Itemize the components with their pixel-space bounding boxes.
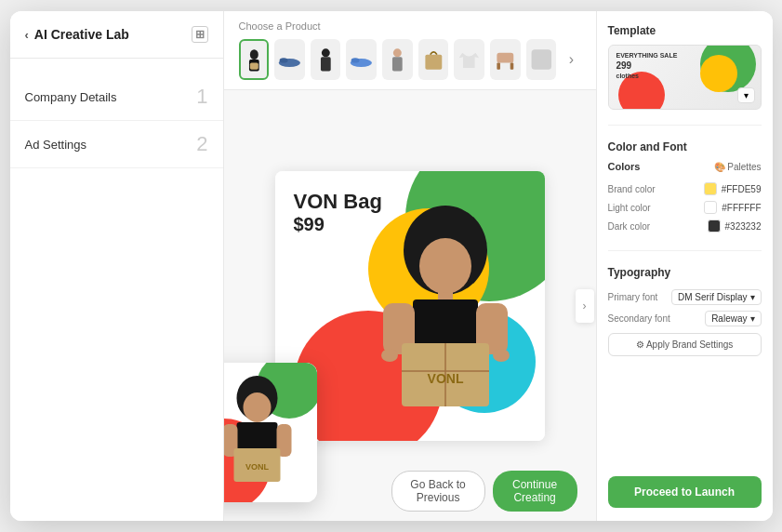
dark-color-row: Dark color #323232 xyxy=(608,217,762,235)
svg-point-30 xyxy=(381,349,398,362)
product-thumbnails: › xyxy=(239,39,581,80)
template-section: Template EVERYTHING SALE 299 clothes ▾ xyxy=(608,24,762,110)
brand-color-swatch-row[interactable]: #FFDE59 xyxy=(704,182,762,195)
svg-text:VONL: VONL xyxy=(427,371,463,386)
svg-point-17 xyxy=(243,392,271,422)
secondary-font-row: Secondary font Raleway ▾ xyxy=(608,308,762,329)
canvas-product-name: VON Bag xyxy=(294,190,382,214)
svg-rect-14 xyxy=(510,63,514,70)
apply-brand-btn[interactable]: ⚙ Apply Brand Settings xyxy=(608,333,762,356)
thumb-8-icon xyxy=(492,45,519,74)
ad-settings-number: 2 xyxy=(196,132,207,156)
svg-rect-15 xyxy=(531,49,550,69)
template-preview: EVERYTHING SALE 299 clothes ▾ xyxy=(608,45,762,110)
brand-color-label: Brand color xyxy=(608,184,656,194)
main-content: Choose a Product xyxy=(224,11,596,521)
primary-font-row: Primary font DM Serif Display ▾ xyxy=(608,286,762,308)
typography-title: Typography xyxy=(608,266,762,279)
sidebar-item-ad-settings[interactable]: Ad Settings 2 xyxy=(10,121,223,168)
carousel-nav-btn[interactable]: › xyxy=(576,289,594,323)
svg-point-9 xyxy=(393,48,402,57)
template-dropdown-btn[interactable]: ▾ xyxy=(737,87,755,103)
brand-color-swatch xyxy=(704,182,717,195)
thumb-3-icon xyxy=(312,45,339,74)
light-color-swatch-row[interactable]: #FFFFFF xyxy=(704,201,761,214)
thumb-2-icon xyxy=(276,45,303,74)
floating-preview-inner: VONL xyxy=(224,363,317,502)
floating-preview: VONL xyxy=(224,363,317,502)
company-details-label: Company Details xyxy=(25,90,117,104)
app-window: ‹ AI Creative Lab ⊞ Company Details 1 Ad… xyxy=(10,11,773,521)
template-section-title: Template xyxy=(608,24,762,37)
svg-rect-13 xyxy=(497,63,500,70)
svg-point-31 xyxy=(493,349,510,362)
secondary-font-arrow: ▾ xyxy=(750,313,755,324)
light-color-hex: #FFFFFF xyxy=(722,203,761,213)
colors-label: Colors xyxy=(608,161,641,172)
dark-color-swatch xyxy=(708,219,721,233)
product-thumb-6[interactable] xyxy=(418,39,449,80)
window-icon: ⊞ xyxy=(192,26,208,43)
product-thumb-2[interactable] xyxy=(274,39,305,80)
light-color-swatch xyxy=(704,201,717,214)
sidebar: ‹ AI Creative Lab ⊞ Company Details 1 Ad… xyxy=(10,11,224,521)
ad-settings-label: Ad Settings xyxy=(25,138,87,152)
proceed-to-launch-btn[interactable]: Proceed to Launch xyxy=(608,476,762,508)
color-font-title: Color and Font xyxy=(608,140,762,153)
brand-color-hex: #FFDE59 xyxy=(722,184,762,194)
product-thumb-more-btn[interactable]: › xyxy=(562,39,580,80)
secondary-font-value: Raleway xyxy=(711,313,747,324)
thumb-7-icon xyxy=(456,45,483,74)
brand-color-row: Brand color #FFDE59 xyxy=(608,180,762,198)
dropdown-arrow-icon: ▾ xyxy=(744,90,749,100)
color-font-section: Color and Font Colors 🎨 Palettes Brand c… xyxy=(608,140,762,235)
secondary-font-label: Secondary font xyxy=(608,313,670,324)
divider-2 xyxy=(608,250,762,251)
svg-rect-11 xyxy=(425,55,442,70)
go-back-button[interactable]: Go Back to Previous xyxy=(391,471,485,512)
fp-person-svg: VONL xyxy=(224,372,309,502)
palettes-btn[interactable]: 🎨 Palettes xyxy=(714,162,762,172)
light-color-label: Light color xyxy=(608,203,651,213)
thumb-5-icon xyxy=(384,45,411,74)
canvas-person-svg: VONL xyxy=(357,199,534,441)
sidebar-item-company-details[interactable]: Company Details 1 xyxy=(10,73,223,121)
svg-point-4 xyxy=(280,58,288,62)
product-thumb-5[interactable] xyxy=(382,39,413,80)
product-thumb-3[interactable] xyxy=(311,39,341,80)
dark-color-label: Dark color xyxy=(608,221,651,232)
secondary-font-dropdown[interactable]: Raleway ▾ xyxy=(705,311,761,326)
sidebar-header: ‹ AI Creative Lab ⊞ xyxy=(10,26,223,59)
product-thumb-8[interactable] xyxy=(490,39,521,80)
svg-point-0 xyxy=(249,49,258,60)
back-arrow-icon[interactable]: ‹ xyxy=(25,28,29,42)
continue-creating-button[interactable]: Continue Creating xyxy=(493,471,577,512)
app-title: AI Creative Lab xyxy=(34,27,129,42)
product-thumb-4[interactable] xyxy=(346,39,377,80)
svg-point-25 xyxy=(419,238,471,294)
dark-color-swatch-row[interactable]: #323232 xyxy=(708,219,762,233)
canvas-product-price: $99 xyxy=(294,214,382,235)
svg-point-36 xyxy=(442,292,449,299)
primary-font-label: Primary font xyxy=(608,292,658,302)
dark-color-hex: #323232 xyxy=(725,221,762,232)
tpl-circle-yellow xyxy=(700,55,737,92)
light-color-row: Light color #FFFFFF xyxy=(608,198,762,217)
primary-font-arrow: ▾ xyxy=(750,292,755,302)
svg-rect-2 xyxy=(249,63,258,70)
right-panel: Template EVERYTHING SALE 299 clothes ▾ xyxy=(596,11,773,521)
svg-point-5 xyxy=(322,48,330,57)
typography-section: Typography Primary font DM Serif Display… xyxy=(608,266,762,356)
product-thumb-7[interactable] xyxy=(454,39,484,80)
svg-rect-12 xyxy=(497,53,513,63)
product-thumb-1[interactable] xyxy=(239,39,270,80)
ad-canvas-wrapper: VONL VON Bag xyxy=(224,90,596,521)
product-thumb-9[interactable] xyxy=(526,39,557,80)
thumb-4-icon xyxy=(348,45,375,74)
color-header: Colors 🎨 Palettes xyxy=(608,161,762,172)
svg-rect-10 xyxy=(392,57,403,71)
primary-font-dropdown[interactable]: DM Serif Display ▾ xyxy=(671,289,761,305)
thumb-9-icon xyxy=(528,45,555,74)
tpl-text: EVERYTHING SALE 299 clothes xyxy=(616,51,678,80)
thumb-1-icon xyxy=(241,45,268,74)
